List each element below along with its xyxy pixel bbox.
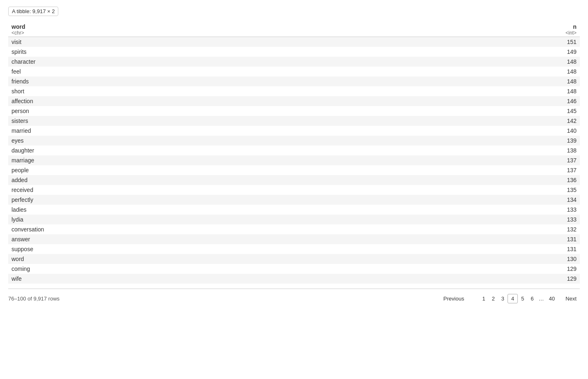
table-row: received135	[8, 185, 580, 195]
table-row: answer131	[8, 234, 580, 244]
cell-n: 148	[531, 76, 580, 86]
cell-word: coming	[8, 264, 531, 274]
page-button-40[interactable]: 40	[546, 294, 558, 303]
page-button-2[interactable]: 2	[489, 294, 498, 303]
cell-word: affection	[8, 96, 531, 106]
page-button-1[interactable]: 1	[479, 294, 488, 303]
cell-n: 129	[531, 264, 580, 274]
table-row: conversation132	[8, 224, 580, 234]
cell-word: marriage	[8, 155, 531, 165]
table-row: perfectly134	[8, 195, 580, 205]
pagination: Previous 123456…40 Next	[440, 293, 580, 304]
table-row: character148	[8, 57, 580, 67]
cell-word: spirits	[8, 47, 531, 57]
table-body: visit151spirits149character148feel148fri…	[8, 37, 580, 284]
cell-word: perfectly	[8, 195, 531, 205]
table-row: daughter138	[8, 146, 580, 155]
cell-n: 135	[531, 185, 580, 195]
cell-word: sisters	[8, 116, 531, 126]
table-row: friends148	[8, 76, 580, 86]
cell-n: 133	[531, 215, 580, 224]
column-header-n: n <int>	[531, 22, 580, 37]
cell-n: 139	[531, 136, 580, 146]
cell-word: lydia	[8, 215, 531, 224]
table-row: marriage137	[8, 155, 580, 165]
cell-n: 133	[531, 205, 580, 215]
table-row: affection146	[8, 96, 580, 106]
row-info: 76–100 of 9,917 rows	[8, 296, 440, 302]
table-row: sisters142	[8, 116, 580, 126]
table-header-row: word <chr> n <int>	[8, 22, 580, 37]
table-row: lydia133	[8, 215, 580, 224]
cell-n: 138	[531, 146, 580, 155]
page-button-6[interactable]: 6	[528, 294, 537, 303]
column-header-word: word <chr>	[8, 22, 531, 37]
page-buttons: 123456…40	[475, 293, 561, 304]
table-footer: 76–100 of 9,917 rows Previous 123456…40 …	[8, 289, 580, 304]
page-button-5[interactable]: 5	[518, 294, 527, 303]
cell-word: people	[8, 165, 531, 175]
table-row: eyes139	[8, 136, 580, 146]
current-page-indicator: 4	[508, 294, 518, 303]
cell-word: eyes	[8, 136, 531, 146]
cell-word: married	[8, 126, 531, 136]
cell-word: wife	[8, 274, 531, 284]
table-row: person145	[8, 106, 580, 116]
table-row: wife129	[8, 274, 580, 284]
cell-word: ladies	[8, 205, 531, 215]
cell-word: short	[8, 86, 531, 96]
table-row: people137	[8, 165, 580, 175]
cell-n: 134	[531, 195, 580, 205]
page-ellipsis: …	[537, 294, 546, 303]
table-row: short148	[8, 86, 580, 96]
page-spacer	[468, 298, 475, 300]
cell-word: word	[8, 254, 531, 264]
cell-n: 146	[531, 96, 580, 106]
page-button-3[interactable]: 3	[498, 294, 508, 303]
cell-word: person	[8, 106, 531, 116]
next-button[interactable]: Next	[562, 294, 580, 303]
cell-n: 132	[531, 224, 580, 234]
table-row: ladies133	[8, 205, 580, 215]
data-table: word <chr> n <int> visit151spirits149cha…	[8, 22, 580, 284]
cell-word: answer	[8, 234, 531, 244]
cell-word: received	[8, 185, 531, 195]
cell-n: 142	[531, 116, 580, 126]
table-row: added136	[8, 175, 580, 185]
cell-n: 129	[531, 274, 580, 284]
table-row: spirits149	[8, 47, 580, 57]
table-row: suppose131	[8, 244, 580, 254]
table-row: word130	[8, 254, 580, 264]
cell-word: friends	[8, 76, 531, 86]
cell-n: 131	[531, 234, 580, 244]
cell-n: 137	[531, 165, 580, 175]
cell-word: feel	[8, 67, 531, 76]
previous-button[interactable]: Previous	[440, 294, 468, 303]
cell-word: added	[8, 175, 531, 185]
cell-n: 151	[531, 37, 580, 47]
table-row: coming129	[8, 264, 580, 274]
cell-n: 140	[531, 126, 580, 136]
cell-n: 149	[531, 47, 580, 57]
table-row: married140	[8, 126, 580, 136]
table-row: visit151	[8, 37, 580, 47]
table-row: feel148	[8, 67, 580, 76]
cell-n: 131	[531, 244, 580, 254]
cell-n: 137	[531, 155, 580, 165]
cell-n: 148	[531, 86, 580, 96]
cell-word: conversation	[8, 224, 531, 234]
cell-word: suppose	[8, 244, 531, 254]
cell-n: 148	[531, 67, 580, 76]
cell-n: 136	[531, 175, 580, 185]
cell-word: daughter	[8, 146, 531, 155]
tibble-info: A tibble: 9,917 × 2	[8, 7, 58, 16]
cell-n: 148	[531, 57, 580, 67]
cell-n: 130	[531, 254, 580, 264]
cell-n: 145	[531, 106, 580, 116]
cell-word: character	[8, 57, 531, 67]
cell-word: visit	[8, 37, 531, 47]
